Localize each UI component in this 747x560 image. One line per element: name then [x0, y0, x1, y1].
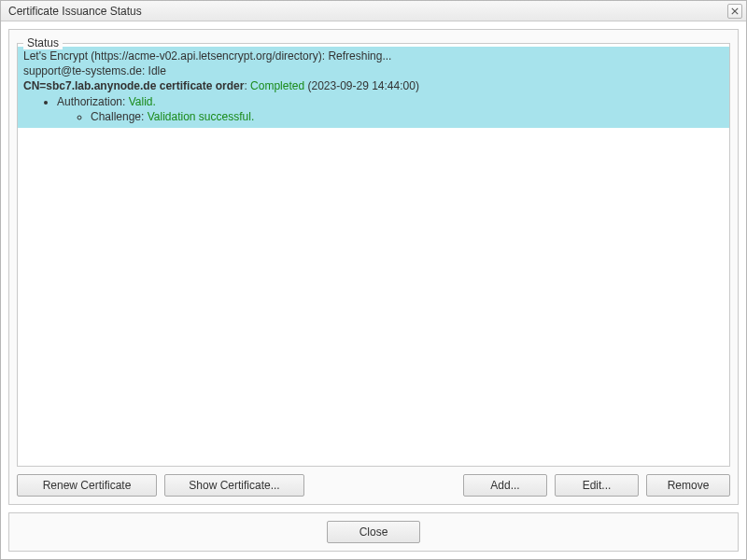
show-certificate-button[interactable]: Show Certificate... — [164, 474, 304, 497]
window-title: Certificate Issuance Status — [8, 5, 727, 18]
titlebar: Certificate Issuance Status — [1, 1, 746, 21]
authorization-line: Authorization: Valid. Challenge: Validat… — [57, 94, 724, 124]
edit-button[interactable]: Edit... — [555, 474, 639, 497]
close-icon[interactable] — [727, 4, 742, 19]
order-time: (2023-09-29 14:44:00) — [307, 79, 418, 92]
order-line: CN=sbc7.lab.anynode.de certificate order… — [23, 78, 724, 93]
dialog-window: Certificate Issuance Status Status Let's… — [0, 0, 747, 560]
close-button[interactable]: Close — [327, 521, 420, 543]
order-state: Completed — [250, 79, 304, 92]
status-list[interactable]: Let's Encrypt (https://acme-v02.api.lets… — [18, 44, 729, 466]
auth-label: Authorization: — [57, 95, 129, 108]
content-area: Status Let's Encrypt (https://acme-v02.a… — [1, 21, 746, 559]
auth-state: Valid. — [129, 95, 156, 108]
remove-button[interactable]: Remove — [646, 474, 730, 497]
account-state: Idle — [148, 64, 166, 77]
main-panel: Status Let's Encrypt (https://acme-v02.a… — [8, 29, 739, 505]
order-label: CN=sbc7.lab.anynode.de certificate order — [23, 79, 244, 92]
button-row: Renew Certificate Show Certificate... Ad… — [17, 474, 730, 497]
status-entry[interactable]: Let's Encrypt (https://acme-v02.api.lets… — [18, 47, 729, 128]
provider-state: Refreshing... — [328, 49, 391, 63]
challenge-line: Challenge: Validation successful. — [91, 109, 724, 124]
add-button[interactable]: Add... — [463, 474, 547, 497]
renew-certificate-button[interactable]: Renew Certificate — [17, 474, 157, 497]
close-panel: Close — [8, 512, 739, 552]
challenge-label: Challenge: — [91, 110, 148, 123]
provider-label: Let's Encrypt (https://acme-v02.api.lets… — [23, 49, 328, 63]
challenge-state: Validation successful. — [148, 110, 255, 123]
account-label: support@te-systems.de: — [23, 64, 148, 77]
groupbox-label: Status — [23, 36, 63, 49]
account-line: support@te-systems.de: Idle — [23, 63, 724, 78]
status-groupbox: Status Let's Encrypt (https://acme-v02.a… — [17, 43, 730, 467]
provider-line: Let's Encrypt (https://acme-v02.api.lets… — [23, 49, 724, 63]
